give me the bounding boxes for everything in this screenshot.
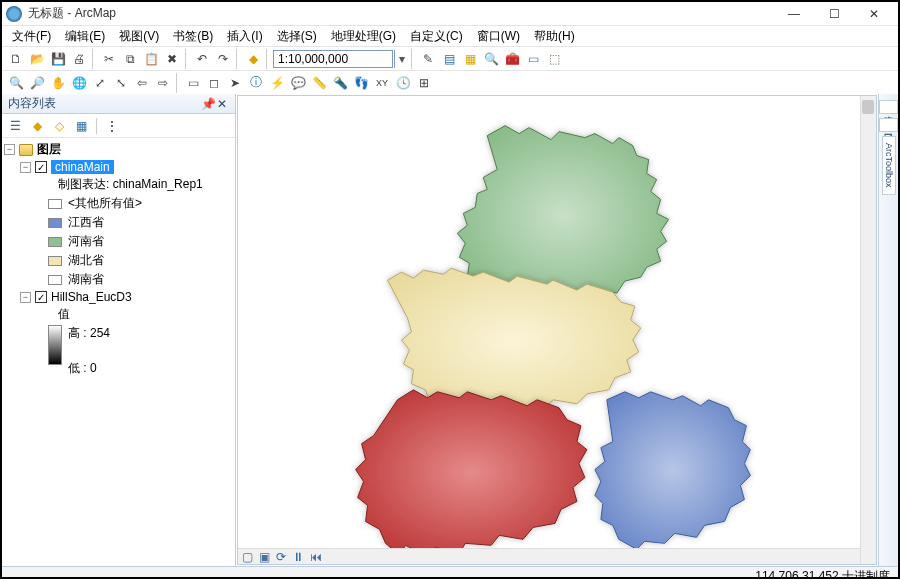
data-view-icon[interactable]: ▢ <box>242 550 253 564</box>
category-row[interactable]: 湖北省 <box>2 251 235 270</box>
menu-help[interactable]: 帮助(H) <box>528 26 581 47</box>
list-by-drawing-order-icon[interactable]: ☰ <box>6 117 24 135</box>
titlebar: 无标题 - ArcMap — ☐ ✕ <box>2 2 898 26</box>
python-window-icon[interactable]: ▭ <box>523 49 543 69</box>
collapse-icon[interactable]: − <box>20 162 31 173</box>
layer-checkbox[interactable]: ✓ <box>35 161 47 173</box>
other-values-label: <其他所有值> <box>68 195 142 212</box>
menu-edit[interactable]: 编辑(E) <box>59 26 111 47</box>
delete-icon[interactable]: ✖ <box>162 49 182 69</box>
map-scale-field[interactable] <box>273 50 393 68</box>
layer-hillshade[interactable]: − ✓ HillSha_EucD3 <box>2 289 235 305</box>
layer-chinamain[interactable]: − ✓ chinaMain <box>2 159 235 175</box>
category-row[interactable]: 河南省 <box>2 232 235 251</box>
menu-window[interactable]: 窗口(W) <box>471 26 526 47</box>
other-values-row[interactable]: <其他所有值> <box>2 194 235 213</box>
open-icon[interactable]: 📂 <box>27 49 47 69</box>
map-canvas[interactable]: ▢ ▣ ⟳ ⏸ ⏮ <box>237 95 877 565</box>
options-icon[interactable]: ⋮ <box>103 117 121 135</box>
full-extent-icon[interactable]: 🌐 <box>69 73 89 93</box>
scale-input[interactable] <box>278 52 388 66</box>
layer-checkbox[interactable]: ✓ <box>35 291 47 303</box>
swatch-icon <box>48 218 62 228</box>
paste-icon[interactable]: 📋 <box>141 49 161 69</box>
redo-icon[interactable]: ↷ <box>213 49 233 69</box>
time-slider-icon[interactable]: 🕓 <box>393 73 413 93</box>
zoom-in-icon[interactable]: 🔍 <box>6 73 26 93</box>
back-extent-icon[interactable]: ⇦ <box>132 73 152 93</box>
print-icon[interactable]: 🖨 <box>69 49 89 69</box>
menu-insert[interactable]: 插入(I) <box>221 26 268 47</box>
close-button[interactable]: ✕ <box>854 3 894 25</box>
pin-icon[interactable]: 📌 <box>201 97 215 111</box>
region-jiangxi[interactable] <box>595 392 751 550</box>
select-features-icon[interactable]: ▭ <box>183 73 203 93</box>
toc-icon[interactable]: ▤ <box>439 49 459 69</box>
window-title: 无标题 - ArcMap <box>28 5 774 22</box>
low-label: 低 : 0 <box>68 360 110 377</box>
fixed-zoom-out-icon[interactable]: ⤡ <box>111 73 131 93</box>
dock-tab-arctoolbox[interactable]: ArcToolbox <box>882 136 896 195</box>
swatch-icon <box>48 256 62 266</box>
collapse-icon[interactable]: − <box>4 144 15 155</box>
forward-extent-icon[interactable]: ⇨ <box>153 73 173 93</box>
layout-view-icon[interactable]: ▣ <box>259 550 270 564</box>
menu-view[interactable]: 视图(V) <box>113 26 165 47</box>
maximize-button[interactable]: ☐ <box>814 3 854 25</box>
menu-bookmarks[interactable]: 书签(B) <box>167 26 219 47</box>
coords-readout: 114.706 31.452 十进制度 <box>755 568 890 579</box>
standard-toolbar: 🗋 📂 💾 🖨 ✂ ⧉ 📋 ✖ ↶ ↷ ◆ ▾ ✎ ▤ ▦ 🔍 🧰 ▭ ⬚ <box>2 46 898 70</box>
editor-toolbar-icon[interactable]: ✎ <box>418 49 438 69</box>
category-row[interactable]: 江西省 <box>2 213 235 232</box>
nav-first-icon[interactable]: ⏮ <box>310 550 322 564</box>
html-popup-icon[interactable]: 💬 <box>288 73 308 93</box>
minimize-button[interactable]: — <box>774 3 814 25</box>
select-elements-icon[interactable]: ➤ <box>225 73 245 93</box>
undo-icon[interactable]: ↶ <box>192 49 212 69</box>
pan-icon[interactable]: ✋ <box>48 73 68 93</box>
dataframe-node[interactable]: − 图层 <box>2 140 235 159</box>
list-by-selection-icon[interactable]: ▦ <box>72 117 90 135</box>
collapse-icon[interactable]: − <box>20 292 31 303</box>
close-panel-icon[interactable]: ✕ <box>215 97 229 111</box>
measure-icon[interactable]: 📏 <box>309 73 329 93</box>
statusbar: 114.706 31.452 十进制度 <box>2 566 898 579</box>
create-viewer-icon[interactable]: ⊞ <box>414 73 434 93</box>
category-row[interactable]: 湖南省 <box>2 270 235 289</box>
table-of-contents-panel: 内容列表 📌 ✕ ☰ ◆ ◇ ▦ ⋮ − 图层 − ✓ chinaMain <box>2 94 236 566</box>
save-icon[interactable]: 💾 <box>48 49 68 69</box>
find-icon[interactable]: 🔦 <box>330 73 350 93</box>
menu-customize[interactable]: 自定义(C) <box>404 26 469 47</box>
dock-tab-catalog[interactable]: 目录 <box>879 118 898 132</box>
menu-selection[interactable]: 选择(S) <box>271 26 323 47</box>
pause-drawing-icon[interactable]: ⏸ <box>292 550 304 564</box>
refresh-icon[interactable]: ⟳ <box>276 550 286 564</box>
fixed-zoom-in-icon[interactable]: ⤢ <box>90 73 110 93</box>
clear-selection-icon[interactable]: ◻ <box>204 73 224 93</box>
swatch-icon <box>48 237 62 247</box>
menu-geoprocessing[interactable]: 地理处理(G) <box>325 26 402 47</box>
add-data-icon[interactable]: ◆ <box>243 49 263 69</box>
vertical-scrollbar[interactable] <box>860 96 876 564</box>
new-icon[interactable]: 🗋 <box>6 49 26 69</box>
search-window-icon[interactable]: 🔍 <box>481 49 501 69</box>
modelbuilder-icon[interactable]: ⬚ <box>544 49 564 69</box>
find-route-icon[interactable]: 👣 <box>351 73 371 93</box>
list-by-source-icon[interactable]: ◆ <box>28 117 46 135</box>
cut-icon[interactable]: ✂ <box>99 49 119 69</box>
goto-xy-icon[interactable]: XY <box>372 73 392 93</box>
hyperlink-icon[interactable]: ⚡ <box>267 73 287 93</box>
catalog-icon[interactable]: ▦ <box>460 49 480 69</box>
arcToolbox-icon[interactable]: 🧰 <box>502 49 522 69</box>
swatch-icon <box>48 199 62 209</box>
list-by-visibility-icon[interactable]: ◇ <box>50 117 68 135</box>
region-hubei[interactable] <box>388 268 641 414</box>
region-hunan[interactable] <box>356 390 587 555</box>
zoom-out-icon[interactable]: 🔎 <box>27 73 47 93</box>
toc-title-label: 内容列表 <box>8 95 56 112</box>
scale-dropdown-icon[interactable]: ▾ <box>394 50 408 68</box>
dock-tab-search[interactable]: 搜索 <box>879 100 898 114</box>
identify-icon[interactable]: ⓘ <box>246 73 266 93</box>
menu-file[interactable]: 文件(F) <box>6 26 57 47</box>
copy-icon[interactable]: ⧉ <box>120 49 140 69</box>
